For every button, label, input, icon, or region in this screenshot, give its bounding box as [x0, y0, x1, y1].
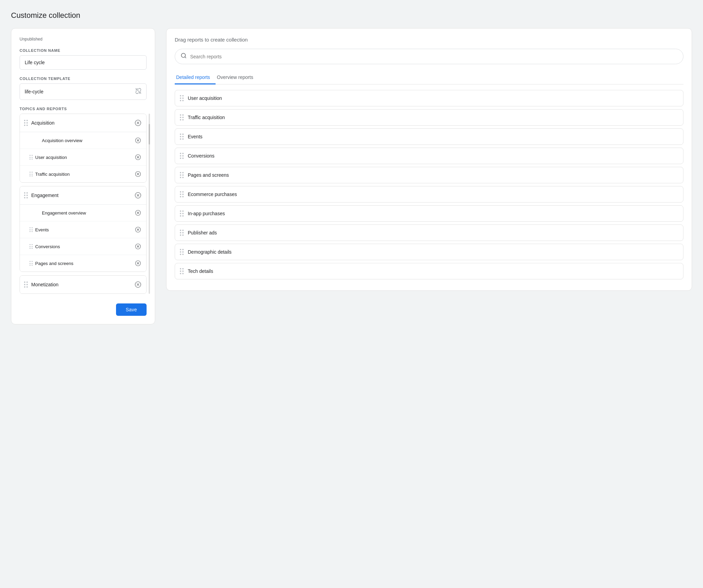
drag-handle-user-acq[interactable] [30, 155, 33, 160]
scrollbar-thumb [149, 124, 150, 145]
tab-overview-reports[interactable]: Overview reports [216, 71, 259, 84]
drag-handle-events[interactable] [30, 227, 33, 232]
report-label-publisher-ads: Publisher ads [188, 230, 678, 235]
topics-section: Acquisition Acquisition overview [20, 114, 147, 294]
report-label-events: Events [188, 134, 678, 139]
report-label-pages-screens: Pages and screens [188, 172, 678, 178]
collection-name-label: COLLECTION NAME [20, 48, 147, 53]
save-button-row: Save [20, 303, 147, 316]
child-engagement-overview: Engagement overview [20, 205, 146, 221]
child-label-conversions: Conversions [35, 244, 134, 249]
report-item-tech-details[interactable]: Tech details [175, 263, 683, 279]
report-label-ecommerce-purchases: Ecommerce purchases [188, 192, 678, 197]
link-off-icon [135, 88, 141, 95]
search-input[interactable] [190, 54, 678, 59]
topic-label-acquisition: Acquisition [31, 120, 134, 126]
tab-detailed-reports[interactable]: Detailed reports [175, 71, 216, 84]
topic-label-engagement: Engagement [31, 193, 134, 198]
report-item-in-app-purchases[interactable]: In-app purchases [175, 205, 683, 222]
remove-engagement-button[interactable] [134, 191, 142, 199]
remove-acq-overview-button[interactable] [134, 136, 142, 145]
collection-name-input[interactable] [20, 55, 147, 70]
remove-conversions-button[interactable] [134, 242, 142, 251]
child-label-traffic-acq: Traffic acquisition [35, 172, 134, 177]
child-events: Events [20, 221, 146, 238]
topic-group-acquisition: Acquisition Acquisition overview [20, 114, 147, 183]
collection-template-label: COLLECTION TEMPLATE [20, 77, 147, 81]
scrollbar-track[interactable] [149, 114, 150, 294]
child-traffic-acquisition: Traffic acquisition [20, 166, 146, 182]
topics-reports-label: TOPICS AND REPORTS [20, 107, 147, 111]
report-label-traffic-acquisition: Traffic acquisition [188, 115, 678, 120]
drag-handle-conversions[interactable] [30, 244, 33, 249]
child-user-acquisition: User acquisition [20, 149, 146, 166]
report-item-publisher-ads[interactable]: Publisher ads [175, 224, 683, 241]
reports-list: User acquisition Traffic acquisition Eve… [175, 90, 683, 279]
status-badge: Unpublished [20, 37, 147, 42]
save-button[interactable]: Save [116, 303, 147, 316]
remove-monetization-button[interactable] [134, 280, 142, 289]
remove-eng-overview-button[interactable] [134, 209, 142, 217]
report-item-user-acquisition[interactable]: User acquisition [175, 90, 683, 106]
topic-children-engagement: Engagement overview [20, 204, 146, 272]
topic-header-acquisition: Acquisition [20, 114, 146, 132]
child-pages-screens: Pages and screens [20, 255, 146, 272]
svg-line-36 [185, 57, 186, 58]
report-item-ecommerce-purchases[interactable]: Ecommerce purchases [175, 186, 683, 203]
topic-header-engagement: Engagement [20, 186, 146, 204]
drag-handle-monetization[interactable] [24, 281, 28, 288]
child-label-pages-screens: Pages and screens [35, 261, 134, 266]
topic-group-monetization: Monetization [20, 275, 147, 294]
report-item-traffic-acquisition[interactable]: Traffic acquisition [175, 109, 683, 126]
child-label-eng-overview: Engagement overview [30, 210, 134, 216]
remove-pages-screens-button[interactable] [134, 259, 142, 267]
report-item-conversions[interactable]: Conversions [175, 148, 683, 164]
child-label-user-acq: User acquisition [35, 155, 134, 160]
drag-handle-traffic-acq[interactable] [30, 172, 33, 176]
drag-handle-pages-screens[interactable] [30, 261, 33, 266]
report-item-pages-screens[interactable]: Pages and screens [175, 167, 683, 183]
drag-handle-acquisition[interactable] [24, 120, 28, 126]
report-label-in-app-purchases: In-app purchases [188, 211, 678, 216]
child-acquisition-overview: Acquisition overview [20, 132, 146, 149]
left-panel: Unpublished COLLECTION NAME COLLECTION T… [11, 28, 155, 324]
remove-events-button[interactable] [134, 226, 142, 234]
page-title: Customize collection [11, 11, 692, 20]
report-label-demographic-details: Demographic details [188, 249, 678, 255]
topic-children-acquisition: Acquisition overview [20, 132, 146, 182]
child-label-events: Events [35, 227, 134, 232]
tabs-row: Detailed reports Overview reports [175, 71, 683, 84]
template-row: life-cycle [20, 83, 147, 100]
report-item-events[interactable]: Events [175, 128, 683, 145]
child-label-acq-overview: Acquisition overview [30, 138, 134, 143]
report-label-tech-details: Tech details [188, 268, 678, 274]
topic-header-monetization: Monetization [20, 276, 146, 293]
remove-user-acq-button[interactable] [134, 153, 142, 161]
main-layout: Unpublished COLLECTION NAME COLLECTION T… [11, 28, 692, 324]
report-label-user-acquisition: User acquisition [188, 95, 678, 101]
drag-hint: Drag reports to create collection [175, 37, 683, 43]
topic-group-engagement: Engagement Engagement overview [20, 186, 147, 272]
drag-handle-engagement[interactable] [24, 192, 28, 198]
topic-label-monetization: Monetization [31, 282, 134, 287]
child-conversions: Conversions [20, 238, 146, 255]
template-value: life-cycle [25, 89, 43, 94]
report-item-demographic-details[interactable]: Demographic details [175, 244, 683, 260]
search-box [175, 49, 683, 64]
remove-traffic-acq-button[interactable] [134, 170, 142, 178]
remove-acquisition-button[interactable] [134, 119, 142, 127]
report-label-conversions: Conversions [188, 153, 678, 159]
search-icon [181, 53, 187, 60]
right-panel: Drag reports to create collection Detail… [166, 28, 692, 291]
